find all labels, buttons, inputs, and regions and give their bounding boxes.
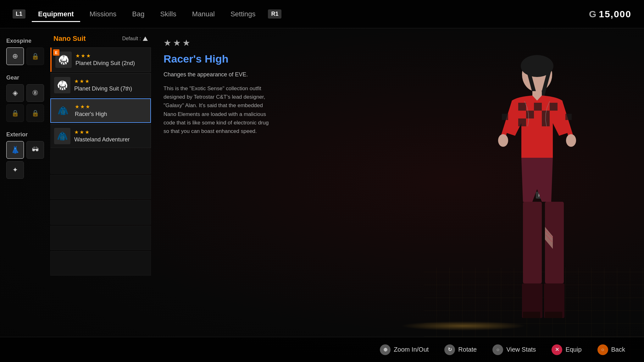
tab-equipment[interactable]: Equipment [32, 7, 80, 21]
back-icon: ○ [597, 344, 608, 355]
item-info-2: ★ ★ ★ Planet Diving Suit (7th) [74, 78, 132, 92]
detail-star-1: ★ [164, 38, 171, 48]
rotate-icon: ↻ [444, 344, 455, 355]
star-2: ★ [81, 53, 85, 59]
zoom-label: Zoom In/Out [394, 346, 429, 353]
svg-rect-7 [534, 103, 542, 111]
bottom-bar: ⊕ Zoom In/Out ↻ Rotate ○ View Stats ✕ Eq… [0, 337, 644, 362]
star-4: ★ [74, 78, 79, 84]
svg-rect-5 [518, 103, 526, 111]
svg-point-14 [498, 134, 508, 147]
equip-label: Equip [565, 346, 581, 353]
default-label: Default : [122, 36, 141, 41]
svg-rect-6 [526, 111, 534, 118]
suit-icon: 👗 [11, 146, 19, 154]
star-5: ★ [80, 78, 84, 84]
detail-star-2: ★ [173, 38, 181, 48]
exospine-slot-1[interactable]: ⊕ [6, 47, 24, 65]
star-12: ★ [85, 129, 89, 135]
item-icon-3: 🧥 [55, 102, 71, 119]
exterior-slot-suit[interactable]: 👗 [6, 141, 24, 159]
equip-button[interactable]: ✕ Equip [552, 344, 581, 355]
exospine-slot-2: 🔒 [26, 47, 44, 65]
svg-rect-16 [523, 202, 542, 283]
exterior-section: Exterior 👗 🕶 ✦ [6, 131, 44, 179]
gear-slot-4: 🔒 [26, 104, 44, 122]
exospine-section: Exospine ⊕ 🔒 [6, 38, 44, 65]
equip-item-4[interactable]: 🧥 ★ ★ ★ Wasteland Adventurer [50, 124, 151, 148]
tab-missions[interactable]: Missions [83, 7, 123, 21]
equip-item-7-empty [50, 200, 151, 225]
zoom-button[interactable]: ⊕ Zoom In/Out [380, 344, 429, 355]
gear-icon-1: ◈ [13, 89, 18, 97]
view-stats-label: View Stats [506, 346, 536, 353]
gear-slot-2[interactable]: ⑧ [26, 84, 44, 102]
back-button[interactable]: ○ Back [597, 344, 625, 355]
gear-label: Gear [6, 74, 44, 81]
tab-manual[interactable]: Manual [186, 7, 221, 21]
main-content: Exospine ⊕ 🔒 Gear ◈ ⑧ 🔒 [0, 28, 644, 337]
star-icon: ✦ [12, 166, 18, 174]
equip-list: E 🥋 ★ ★ ★ Planet Diving Suit (2nd) 🥋 ★ [50, 47, 151, 276]
star-11: ★ [80, 129, 84, 135]
detail-star-3: ★ [182, 38, 190, 48]
tab-bag[interactable]: Bag [126, 7, 151, 21]
back-label: Back [611, 346, 625, 353]
star-1: ★ [75, 53, 80, 59]
detail-subtitle: Changes the appearance of EVE. [164, 71, 270, 78]
equip-panel: Nano Suit Default : E 🥋 ★ ★ ★ Planet Div… [50, 28, 151, 337]
triangle-up-icon [143, 36, 148, 41]
star-8: ★ [80, 104, 85, 110]
exospine-icons: ⊕ 🔒 [6, 47, 44, 65]
lock-icon-1: 🔒 [31, 52, 39, 60]
item-icon-4: 🧥 [54, 128, 70, 144]
item-icon-2: 🥋 [54, 77, 70, 93]
gear-slot-1[interactable]: ◈ [6, 84, 24, 102]
zoom-icon: ⊕ [380, 344, 391, 355]
r1-badge: R1 [268, 9, 281, 19]
tab-skills[interactable]: Skills [154, 7, 182, 21]
left-sidebar: Exospine ⊕ 🔒 Gear ◈ ⑧ 🔒 [0, 28, 50, 337]
star-10: ★ [74, 129, 79, 135]
svg-point-15 [566, 134, 576, 147]
lock-icon-2: 🔒 [11, 109, 19, 117]
glasses-icon: 🕶 [32, 146, 39, 154]
equip-item-1[interactable]: E 🥋 ★ ★ ★ Planet Diving Suit (2nd) [50, 47, 151, 72]
view-stats-button[interactable]: ○ View Stats [492, 344, 536, 355]
detail-panel: ★ ★ ★ Racer's High Changes the appearanc… [151, 28, 283, 337]
star-7: ★ [75, 104, 79, 110]
equipped-badge: E [53, 49, 59, 56]
equip-item-3[interactable]: 🧥 ★ ★ ★ Racer's High [50, 98, 151, 123]
gear-section: Gear ◈ ⑧ 🔒 🔒 [6, 74, 44, 122]
rotate-button[interactable]: ↻ Rotate [444, 344, 477, 355]
equip-panel-header: Nano Suit Default : [50, 35, 151, 46]
item-name-1: Planet Diving Suit (2nd) [75, 60, 135, 67]
equip-item-8-empty [50, 226, 151, 250]
character-preview [283, 28, 644, 337]
item-info-3: ★ ★ ★ Racer's High [75, 104, 107, 118]
rotate-label: Rotate [458, 346, 477, 353]
equip-panel-default: Default : [122, 36, 148, 41]
svg-rect-13 [565, 114, 572, 120]
item-stars-4: ★ ★ ★ [74, 129, 130, 135]
equip-item-2[interactable]: 🥋 ★ ★ ★ Planet Diving Suit (7th) [50, 73, 151, 97]
star-3: ★ [86, 53, 91, 59]
gear-slot-3: 🔒 [6, 104, 24, 122]
tab-settings[interactable]: Settings [224, 7, 262, 21]
equip-icon: ✕ [552, 344, 562, 355]
item-stars-2: ★ ★ ★ [74, 78, 132, 84]
lock-icon-3: 🔒 [31, 109, 39, 117]
svg-rect-9 [550, 103, 558, 111]
l1-badge: L1 [13, 9, 25, 19]
svg-rect-23 [545, 312, 562, 318]
item-info-4: ★ ★ ★ Wasteland Adventurer [74, 129, 130, 143]
equip-item-5-empty [50, 149, 151, 174]
floor-ring [401, 321, 526, 331]
exospine-icon-1: ⊕ [12, 52, 18, 60]
exterior-slot-star[interactable]: ✦ [6, 161, 24, 179]
exterior-slot-glasses[interactable]: 🕶 [26, 141, 44, 159]
gear-icons: ◈ ⑧ 🔒 🔒 [6, 84, 44, 122]
gear-icon-2: ⑧ [32, 89, 38, 97]
exterior-icons: 👗 🕶 ✦ [6, 141, 44, 179]
exterior-label: Exterior [6, 131, 44, 138]
